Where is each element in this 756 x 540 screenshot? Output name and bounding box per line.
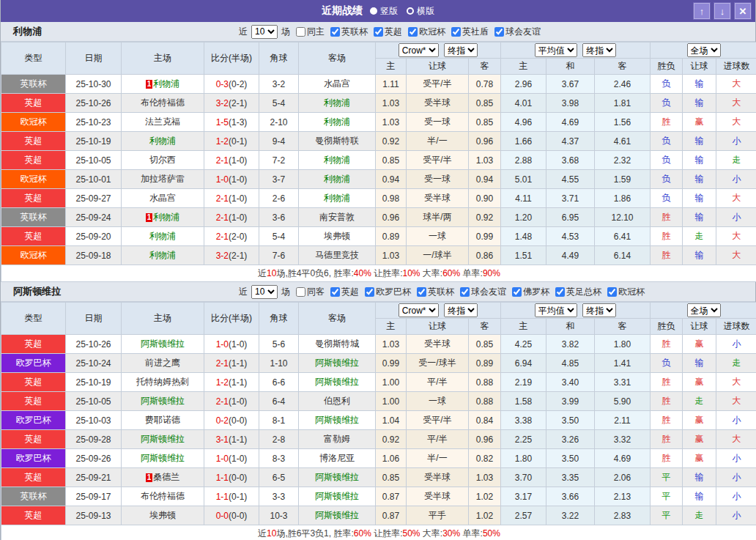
full-half-score: 0-0(0-0) xyxy=(204,506,259,525)
close-button[interactable]: ✕ xyxy=(735,3,751,19)
crow-home-odds: 0.98 xyxy=(376,189,407,208)
full-half-score: 2-1(1-0) xyxy=(204,151,259,170)
full-half-score: 1-1(0-1) xyxy=(204,487,259,506)
avg-home-odds: 2.19 xyxy=(501,373,546,392)
crow-away-odds: 0.84 xyxy=(469,411,501,430)
goals-result: 小 xyxy=(716,468,756,487)
league-badge: 欧冠杯 xyxy=(1,170,66,189)
radio-horizontal-layout[interactable]: 横版 xyxy=(407,5,434,18)
crow-away-odds: 0.89 xyxy=(469,354,501,373)
final-odds-select[interactable]: 终指 xyxy=(444,303,478,317)
goals-result: 小 xyxy=(716,170,756,189)
crow-away-odds: 0.86 xyxy=(469,246,501,265)
corner-score: 5-4 xyxy=(259,227,299,246)
league-filter-checkbox[interactable]: 球会友谊 xyxy=(456,286,506,298)
league-filter-checkbox[interactable]: 佛罗杯 xyxy=(508,286,549,298)
league-filter-checkbox[interactable]: 英超 xyxy=(370,26,402,38)
crow-home-odds: 1.00 xyxy=(376,373,407,392)
bookmaker-select[interactable]: Crow* xyxy=(399,303,439,317)
col-header-home: 主场 xyxy=(122,303,204,335)
league-badge: 英超 xyxy=(1,506,66,525)
match-date: 25-10-01 xyxy=(66,170,122,189)
avg-draw-odds: 3.67 xyxy=(546,75,595,94)
corner-score: 1-10 xyxy=(259,354,299,373)
goals-result: 小 xyxy=(716,132,756,151)
bookmaker-select[interactable]: Crow* xyxy=(399,43,439,57)
goals-result: 大 xyxy=(716,430,756,449)
avg-draw-odds: 3.22 xyxy=(546,506,595,525)
sub-header-crow-away: 客 xyxy=(469,59,501,75)
average-select[interactable]: 平均值 xyxy=(535,43,577,57)
avg-home-odds: 1.51 xyxy=(501,246,546,265)
move-down-button[interactable]: ↓ xyxy=(714,3,730,19)
home-team: 阿斯顿维拉 xyxy=(122,449,204,468)
final-odds-select-2[interactable]: 终指 xyxy=(582,303,616,317)
crow-handicap: 受平/半 xyxy=(407,151,469,170)
avg-away-odds: 1.81 xyxy=(595,94,651,113)
crow-home-odds: 0.87 xyxy=(376,506,407,525)
match-row: 英超25-10-26布伦特福德3-2(2-1)5-4利物浦1.03受半球0.85… xyxy=(1,94,756,113)
games-count-select[interactable]: 10 xyxy=(251,25,278,39)
home-team: 阿斯顿维拉 xyxy=(122,392,204,411)
radio-vertical-layout[interactable]: 竖版 xyxy=(370,5,398,18)
same-venue-checkbox[interactable] xyxy=(296,287,305,297)
avg-home-odds: 2.57 xyxy=(501,506,546,525)
crow-home-odds: 1.11 xyxy=(376,75,407,94)
final-odds-select-2[interactable]: 终指 xyxy=(582,43,616,57)
match-row: 欧罗巴杯25-10-03费耶诺德0-2(0-0)8-1阿斯顿维拉1.04受平/半… xyxy=(1,411,756,430)
crow-home-odds: 1.03 xyxy=(376,246,407,265)
layout-radio-group: 竖版 横版 xyxy=(370,5,434,18)
average-select[interactable]: 平均值 xyxy=(535,303,577,317)
win-loss-result: 负 xyxy=(651,170,683,189)
match-row: 欧冠杯25-10-01加拉塔萨雷1-0(1-0)3-7利物浦0.94受一球0.9… xyxy=(1,170,756,189)
move-up-button[interactable]: ↑ xyxy=(694,3,710,19)
goals-result: 大 xyxy=(716,189,756,208)
average-group-header: 平均值 终指 xyxy=(501,42,651,59)
full-half-score: 0-3(0-2) xyxy=(204,75,259,94)
corner-score: 3-3 xyxy=(259,487,299,506)
league-filter-checkbox[interactable]: 英社盾 xyxy=(448,26,489,38)
league-filter-checkbox[interactable]: 英联杯 xyxy=(413,286,454,298)
goals-result: 小 xyxy=(716,506,756,525)
crow-home-odds: 0.85 xyxy=(376,468,407,487)
win-loss-result: 胜 xyxy=(651,430,683,449)
sub-header-crow-home: 主 xyxy=(376,319,407,335)
crow-handicap: 一/球半 xyxy=(407,246,469,265)
scope-select[interactable]: 全场 xyxy=(687,303,721,317)
same-venue-checkbox-label[interactable]: 同客 xyxy=(292,286,325,298)
sub-header-avg-draw: 和 xyxy=(546,319,595,335)
handicap-result: 输 xyxy=(683,170,716,189)
games-count-select[interactable]: 10 xyxy=(251,285,278,299)
league-filter-checkbox[interactable]: 欧冠杯 xyxy=(604,286,645,298)
goals-result: 大 xyxy=(716,113,756,132)
away-team: 利物浦 xyxy=(299,170,376,189)
final-odds-select[interactable]: 终指 xyxy=(444,43,478,57)
same-venue-checkbox[interactable] xyxy=(296,27,305,37)
same-venue-checkbox-label[interactable]: 同主 xyxy=(292,26,325,38)
league-filter-checkbox[interactable]: 球会友谊 xyxy=(491,26,541,38)
corner-score: 2-10 xyxy=(259,113,299,132)
league-filter-checkbox[interactable]: 英联杯 xyxy=(327,26,368,38)
crow-handicap: 平手 xyxy=(407,506,469,525)
team-name: 利物浦 xyxy=(1,25,239,38)
league-badge: 英超 xyxy=(1,430,66,449)
sub-header-handicap-result: 让球 xyxy=(683,59,716,75)
crow-away-odds: 0.78 xyxy=(469,75,501,94)
league-filter-checkbox[interactable]: 欧罗巴杯 xyxy=(361,286,411,298)
crow-handicap: 受半球 xyxy=(407,468,469,487)
league-filter-checkbox[interactable]: 英足总杯 xyxy=(552,286,601,298)
home-team: 布伦特福德 xyxy=(122,487,204,506)
match-date: 25-09-13 xyxy=(66,506,122,525)
crow-away-odds: 0.85 xyxy=(469,335,501,354)
average-group-header: 平均值 终指 xyxy=(501,303,651,319)
league-badge: 英联杯 xyxy=(1,487,66,506)
league-filter-checkbox[interactable]: 英超 xyxy=(327,286,359,298)
sub-header-avg-home: 主 xyxy=(501,59,546,75)
handicap-result: 输 xyxy=(683,151,716,170)
crow-handicap: 受半球 xyxy=(407,335,469,354)
league-filter-checkbox[interactable]: 欧冠杯 xyxy=(404,26,445,38)
scope-select[interactable]: 全场 xyxy=(687,43,721,57)
crow-handicap: 球半/两 xyxy=(407,208,469,227)
match-date: 25-09-26 xyxy=(66,449,122,468)
sub-header-avg-away: 客 xyxy=(595,319,651,335)
